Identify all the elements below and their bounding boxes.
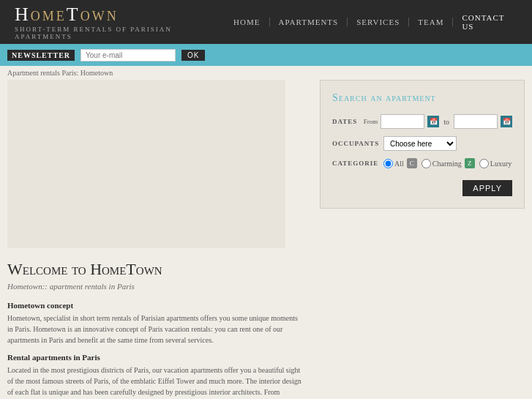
date-from-icon[interactable]: 📅 [427,116,439,127]
apply-button[interactable]: Apply [462,180,512,196]
logo-subtitle: Short-Term Rentals of Parisian Apartment… [15,26,225,40]
cat-all-badge: C [407,158,417,168]
occupants-content: Choose here 1 2 3 4 [383,136,512,151]
section-text-concept: Hometown, specialist in short term renta… [7,313,305,346]
hero-image [7,80,285,248]
logo-area: HomeTown Short-Term Rentals of Parisian … [15,4,225,40]
newsletter-label: Newsletter [7,50,75,61]
occupants-select[interactable]: Choose here 1 2 3 4 [383,136,457,151]
nav-services[interactable]: Services [348,18,409,26]
section-title-rental: Rental apartments in Paris [7,353,305,362]
section-rental: Rental apartments in Paris Located in th… [7,353,305,399]
date-from-input[interactable] [381,114,424,129]
category-options: All C Charming Z Luxury [383,158,512,168]
newsletter-input[interactable] [80,49,176,61]
category-label: Categorie [332,160,383,167]
cat-luxury-radio[interactable] [479,159,489,168]
category-row: Categorie All C Charming Z Luxury [332,158,512,168]
right-column: Search an apartment Dates From 📅 to 📅 Oc… [320,80,525,399]
cat-charming-radio[interactable] [422,159,431,168]
section-text-rental: Located in the most prestigious district… [7,365,305,399]
occupants-label: Occupants [332,140,383,147]
date-to-icon[interactable]: 📅 [501,116,512,127]
welcome-title: Welcome to HomeTown [7,260,305,279]
date-separator: to [443,118,449,126]
cat-all-label[interactable]: All C [383,158,417,168]
cat-charming-badge: Z [465,158,475,168]
section-concept: Hometown concept Hometown, specialist in… [7,301,305,346]
occupants-row: Occupants Choose here 1 2 3 4 [332,136,512,151]
search-title: Search an apartment [332,92,512,104]
logo-title: HomeTown [15,4,225,26]
newsletter-submit[interactable]: OK [181,50,205,61]
breadcrumb: Apartment rentals Paris: Hometown [0,66,532,80]
left-column: Welcome to HomeTown Hometown:: apartment… [7,80,320,399]
dates-inputs: From 📅 to 📅 [364,114,512,129]
cat-luxury-label[interactable]: Luxury [479,159,512,168]
dates-label: Dates [332,118,364,125]
nav-home[interactable]: Home [225,18,269,26]
header: HomeTown Short-Term Rentals of Parisian … [0,0,532,44]
main-content: Welcome to HomeTown Hometown:: apartment… [0,80,532,399]
cat-charming-label[interactable]: Charming Z [422,158,475,168]
apply-row: Apply [332,176,512,196]
from-label: From [364,118,378,125]
cat-all-radio[interactable] [383,159,393,168]
main-nav: Home Apartments Services Team Contact us [225,13,517,31]
dates-row: Dates From 📅 to 📅 [332,114,512,129]
newsletter-bar: Newsletter OK [0,44,532,66]
section-title-concept: Hometown concept [7,301,305,310]
welcome-subtitle: Hometown:: apartment rentals in Paris [7,282,305,291]
date-to-input[interactable] [454,114,498,129]
nav-apartments[interactable]: Apartments [270,18,348,26]
search-panel: Search an apartment Dates From 📅 to 📅 Oc… [320,80,525,209]
nav-contact[interactable]: Contact us [453,13,517,31]
nav-team[interactable]: Team [409,18,453,26]
